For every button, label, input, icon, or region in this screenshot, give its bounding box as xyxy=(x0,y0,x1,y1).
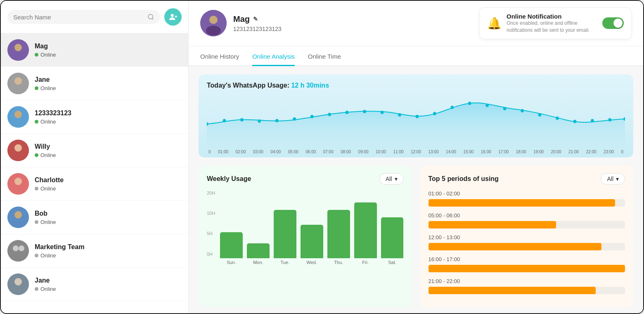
notification-bell-icon: 🔔 xyxy=(487,17,502,30)
svg-point-35 xyxy=(240,118,244,121)
period-row: 12:00 - 13:00 xyxy=(429,234,625,250)
top5-chart-card: Top 5 periods of using All ▾ 01:00 - 02:… xyxy=(420,166,634,307)
x-label: 03:00 xyxy=(253,150,263,154)
x-label: 13:00 xyxy=(428,150,438,154)
bar-day-label: Wed. xyxy=(306,260,317,265)
contact-info: 1233323123 Online xyxy=(35,109,71,125)
svg-point-39 xyxy=(310,115,314,118)
x-label: 20:00 xyxy=(551,150,561,154)
svg-point-38 xyxy=(293,117,296,121)
bar xyxy=(274,210,296,258)
y-label: 10H xyxy=(207,211,215,216)
x-label: 17:00 xyxy=(498,150,509,154)
bar xyxy=(247,243,270,258)
search-input-wrap[interactable] xyxy=(7,10,160,24)
contact-item-mag[interactable]: Mag Online xyxy=(1,33,188,67)
add-user-icon xyxy=(168,12,178,21)
notification-box: 🔔 Online Notification Once enabled, onli… xyxy=(479,7,632,39)
chevron-down-icon: ▾ xyxy=(395,176,398,182)
tab-analysis[interactable]: Online Analysis xyxy=(252,46,295,66)
svg-point-0 xyxy=(148,14,153,19)
top5-periods-list: 01:00 - 02:00 05:00 - 06:00 12:00 - 13:0… xyxy=(429,190,625,294)
bar-wrap-Sun: Sun. xyxy=(220,232,243,265)
status-dot xyxy=(35,53,38,57)
svg-point-29 xyxy=(12,287,24,295)
weekly-chart-card: Weekly Usage All ▾ 20H10H5H0H Sun.Mon.Tu… xyxy=(199,166,412,307)
svg-point-21 xyxy=(14,211,22,219)
bar xyxy=(220,232,243,258)
top5-dropdown[interactable]: All ▾ xyxy=(601,173,625,185)
contact-item-jane2[interactable]: Jane Online xyxy=(1,268,188,301)
svg-point-45 xyxy=(416,115,419,118)
edit-icon[interactable]: ✎ xyxy=(253,16,258,22)
svg-point-53 xyxy=(556,117,559,120)
bottom-charts: Weekly Usage All ▾ 20H10H5H0H Sun.Mon.Tu… xyxy=(199,166,633,307)
y-label: 0H xyxy=(207,252,215,257)
svg-point-26 xyxy=(12,253,25,262)
contact-item-willy[interactable]: Willy Online xyxy=(1,134,188,167)
search-input[interactable] xyxy=(13,14,144,21)
x-label: 18:00 xyxy=(516,150,526,154)
sidebar: Mag Online Jane Online 1233323123 Online xyxy=(1,1,189,313)
bar-chart: Sun.Mon.Tue.Wed.Thu.Fri.Sat. xyxy=(220,190,404,265)
bar-wrap-Tue: Tue. xyxy=(274,210,296,265)
svg-point-51 xyxy=(521,109,524,112)
bar-wrap-Mon: Mon. xyxy=(247,243,270,265)
svg-point-2 xyxy=(171,14,174,17)
svg-point-6 xyxy=(14,44,22,51)
svg-line-1 xyxy=(152,18,154,19)
bar-day-label: Sun. xyxy=(227,260,236,265)
x-label: 22:00 xyxy=(586,150,597,154)
svg-point-50 xyxy=(503,107,507,110)
y-label: 5H xyxy=(207,231,215,236)
tab-history[interactable]: Online History xyxy=(200,46,239,66)
usage-line-chart xyxy=(207,91,625,149)
usage-chart-card: Today's WhatsApp Usage: 12 h 30mins xyxy=(199,74,633,157)
contact-info: Charlotte Online xyxy=(35,176,64,192)
app-container: Mag Online Jane Online 1233323123 Online xyxy=(0,0,644,314)
contact-item-bob[interactable]: Bob Online xyxy=(1,201,188,234)
profile-avatar xyxy=(200,10,227,36)
profile-name-text: Mag xyxy=(233,14,250,24)
x-label: 14:00 xyxy=(446,150,456,154)
contact-list: Mag Online Jane Online 1233323123 Online xyxy=(1,33,188,313)
toggle-knob xyxy=(613,19,623,28)
contact-item-num[interactable]: 1233323123 Online xyxy=(1,100,188,134)
contact-status: Online xyxy=(35,219,56,225)
x-label: 12:00 xyxy=(411,150,421,154)
bar-day-label: Thu. xyxy=(334,260,343,265)
top5-title: Top 5 periods of using xyxy=(429,175,499,183)
period-row: 01:00 - 02:00 xyxy=(429,190,625,207)
contact-item-team[interactable]: Marketing Team Online xyxy=(1,234,188,268)
status-dot xyxy=(35,120,38,124)
svg-point-46 xyxy=(433,112,436,115)
profile-name-row: Mag ✎ xyxy=(233,14,282,24)
svg-point-34 xyxy=(223,119,226,122)
svg-point-55 xyxy=(591,119,594,122)
avatar xyxy=(7,240,29,262)
weekly-dropdown[interactable]: All ▾ xyxy=(379,173,404,185)
weekly-dropdown-value: All xyxy=(386,176,392,182)
contact-status: Online xyxy=(35,52,56,58)
bar xyxy=(354,202,377,258)
tab-time[interactable]: Online Time xyxy=(308,46,341,66)
period-bar-wrap xyxy=(429,199,625,207)
svg-point-56 xyxy=(608,118,611,121)
bar-day-label: Fri. xyxy=(362,260,369,265)
svg-point-37 xyxy=(275,119,279,122)
period-bar-wrap xyxy=(429,243,625,250)
status-dot xyxy=(35,187,38,190)
contact-item-charlotte[interactable]: Charlotte Online xyxy=(1,167,188,201)
svg-point-41 xyxy=(346,111,349,114)
svg-point-10 xyxy=(12,86,24,94)
svg-point-7 xyxy=(12,53,24,60)
add-user-button[interactable] xyxy=(164,8,182,26)
period-label: 01:00 - 02:00 xyxy=(429,190,625,197)
period-bar xyxy=(429,243,601,250)
contact-status: Online xyxy=(35,85,56,91)
bar xyxy=(381,217,404,258)
contact-item-jane1[interactable]: Jane Online xyxy=(1,67,188,100)
notification-toggle[interactable] xyxy=(602,17,624,29)
bar-wrap-Wed: Wed. xyxy=(301,225,323,265)
avatar xyxy=(7,207,29,228)
